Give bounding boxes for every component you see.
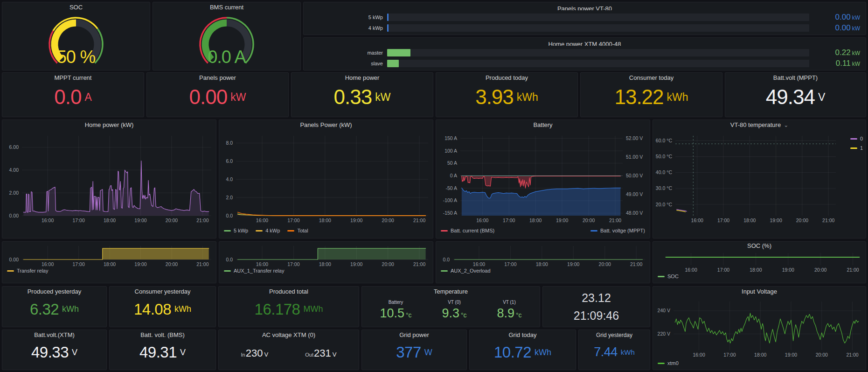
bar-track (387, 60, 809, 67)
temperature-values: Battery 10.5°c VT (0) 9.3°c VT (1) 8.9°c (362, 297, 540, 327)
soc-small-chart-title[interactable]: SOC (%) (653, 242, 866, 250)
svg-text:16:00: 16:00 (691, 218, 703, 223)
svg-text:17:00: 17:00 (717, 267, 729, 272)
ac-out-value: Out231V (305, 347, 336, 359)
svg-text:18:00: 18:00 (104, 261, 116, 266)
battery-chart-title[interactable]: Battery (436, 120, 650, 130)
legend-item[interactable]: Transfer relay (7, 268, 48, 274)
vt80-chart-title[interactable]: VT-80 temperature⌄ (653, 120, 866, 130)
panels-power-chart-canvas[interactable]: 16:0017:0018:0019:0020:0021:000.02.04.06… (219, 130, 433, 226)
panel-produced-yesterday: Produced yesterday 6.32kWh (2, 286, 107, 327)
svg-text:17:00: 17:00 (72, 261, 84, 266)
legend-item[interactable]: SOC (658, 274, 679, 279)
svg-text:21:00: 21:00 (822, 218, 834, 223)
legend-item[interactable]: 0 (850, 136, 863, 141)
svg-text:17:00: 17:00 (717, 218, 729, 223)
svg-text:21:00: 21:00 (413, 218, 425, 223)
legend-item[interactable]: xtm0 (658, 360, 679, 366)
svg-text:20:00: 20:00 (796, 218, 808, 223)
svg-text:21:00: 21:00 (196, 261, 208, 266)
svg-text:2.0: 2.0 (226, 195, 233, 200)
svg-text:20:00: 20:00 (166, 218, 178, 223)
svg-text:150 A: 150 A (444, 135, 457, 141)
panel-stat-consumer-today: Consumer today 13.22kWh (580, 72, 722, 117)
grafana-dashboard: SOC 50 % BMS current 0.0 A Panels power … (0, 0, 868, 372)
bar-fill (387, 60, 399, 67)
panel-home-power-xtm: Home power XTM 4000-48 master 0.22kW sla… (303, 37, 866, 70)
panel-grid-power: Grid power 377W (361, 330, 467, 370)
battery-chart-canvas[interactable]: 16:0017:0018:0019:0020:0021:00-150 A-100… (436, 130, 650, 226)
bar-row-4kwp: 4 kWp 0.00kW (309, 24, 860, 32)
svg-text:19:00: 19:00 (556, 218, 568, 223)
svg-text:49.00 V: 49.00 V (626, 191, 643, 197)
svg-text:16:00: 16:00 (256, 261, 268, 266)
svg-text:17:00: 17:00 (287, 261, 299, 266)
legend-item[interactable]: AUX_2_Overload (441, 268, 491, 274)
legend-item[interactable]: Total (287, 228, 308, 233)
legend-item[interactable]: Batt. current (BMS) (441, 228, 494, 233)
home-power-xtm-title[interactable]: Home power XTM 4000-48 (309, 40, 860, 46)
svg-text:18:00: 18:00 (754, 352, 766, 358)
legend-series-swatch-icon (850, 147, 857, 149)
panels-power-chart-legend: 5 kWp4 kWpTotal (219, 226, 433, 233)
vt80-chart-canvas[interactable]: 16:0017:0018:0019:0020:0021:0020.0 °C30.… (653, 130, 840, 226)
bms-gauge-title[interactable]: BMS current (153, 2, 300, 13)
soc-gauge-value: 50 % (2, 47, 150, 67)
transfer-relay-chart-canvas[interactable]: 16:0017:0018:0019:0020:0021:000.00 (2, 244, 216, 266)
panel-stat-home-power: Home power 0.33kW (291, 72, 433, 117)
legend-series-swatch-icon (7, 270, 14, 272)
svg-text:100 A: 100 A (444, 148, 457, 154)
panels-power-vt80-title[interactable]: Panels power VT-80 (309, 5, 860, 10)
panel-soc-percent-chart: SOC (%) 16:0017:0018:0019:0020:0021:00 S… (653, 241, 866, 283)
panel-soc-gauge: SOC 50 % (2, 2, 150, 70)
svg-text:21:00: 21:00 (630, 261, 642, 266)
legend-series-swatch-icon (658, 363, 665, 364)
input-voltage-chart-title[interactable]: Input Voltage (653, 287, 866, 297)
soc-small-chart-canvas[interactable]: 16:0017:0018:0019:0020:0021:00 (653, 250, 867, 272)
legend-item[interactable]: 5 kWp (224, 228, 248, 233)
svg-text:40.0 °C: 40.0 °C (656, 169, 673, 175)
legend-item[interactable]: 4 kWp (256, 228, 280, 233)
svg-text:50 A: 50 A (447, 160, 457, 166)
legend-item[interactable]: 1 (850, 145, 863, 151)
input-voltage-chart-canvas[interactable]: 16:0017:0018:0019:0020:0021:00220 V240 V (653, 297, 866, 358)
home-power-chart-canvas[interactable]: 16:0017:0018:0019:0020:0021:000.002.004.… (2, 130, 216, 226)
aux2-chart-canvas[interactable]: 16:0017:0018:0019:0020:0021:000.0 (436, 244, 650, 266)
svg-text:4.00: 4.00 (9, 167, 19, 173)
bar-label: master (309, 50, 383, 56)
bar-row-5kwp: 5 kWp 0.00kW (309, 13, 860, 21)
svg-text:17:00: 17:00 (72, 218, 84, 223)
svg-text:19:00: 19:00 (567, 261, 579, 266)
legend-item[interactable]: Batt. voltge (MPPT) (590, 228, 645, 233)
bar-value: 0.22kW (813, 48, 860, 57)
home-power-chart-legend (2, 226, 216, 228)
panels-power-chart-title[interactable]: Panels Power (kW) (219, 120, 433, 130)
svg-text:-100 A: -100 A (443, 197, 457, 203)
svg-text:19:00: 19:00 (770, 218, 782, 223)
temp-battery: Battery 10.5°c (380, 300, 411, 321)
soc-gauge-title[interactable]: SOC (2, 2, 150, 13)
svg-text:21:00: 21:00 (196, 218, 208, 223)
stat-value: 49.31V (110, 340, 215, 370)
panel-stat-batt-volt-mppt: Batt.volt (MPPT) 49.34V (725, 72, 866, 117)
svg-text:17:00: 17:00 (287, 218, 299, 223)
battery-chart-legend: Batt. current (BMS)Batt. voltge (MPPT) (436, 226, 650, 233)
panel-temperature: Temperature Battery 10.5°c VT (0) 9.3°c … (361, 286, 540, 327)
clock-time: 21:09:46 (574, 309, 619, 323)
legend-series-swatch-icon (441, 230, 448, 232)
panel-bms-current-gauge: BMS current 0.0 A (153, 2, 301, 70)
svg-text:16:00: 16:00 (42, 218, 54, 223)
legend-item[interactable]: AUX_1_Transfer relay (224, 268, 284, 274)
panel-panels-power-chart: Panels Power (kW) 16:0017:0018:0019:0020… (219, 119, 433, 239)
legend-series-swatch-icon (441, 270, 448, 272)
chevron-down-icon[interactable]: ⌄ (784, 122, 788, 128)
legend-series-swatch-icon (287, 230, 294, 232)
panel-stat-produced-today: Produced today 3.93kWh (436, 72, 578, 117)
aux1-chart-canvas[interactable]: 16:0017:0018:0019:0020:0021:000.0 (219, 244, 433, 266)
home-power-chart-title[interactable]: Home power (kW) (2, 120, 216, 130)
stat-value: 0.33kW (292, 83, 433, 117)
bms-gauge-value: 0.0 A (153, 47, 300, 67)
panel-aux1-transfer-relay-chart: 16:0017:0018:0019:0020:0021:000.0 AUX_1_… (219, 241, 433, 283)
panel-vt80-temperature-chart: VT-80 temperature⌄ 16:0017:0018:0019:002… (653, 119, 866, 239)
panel-stat-mppt-current: MPPT current 0.0A (2, 72, 144, 117)
